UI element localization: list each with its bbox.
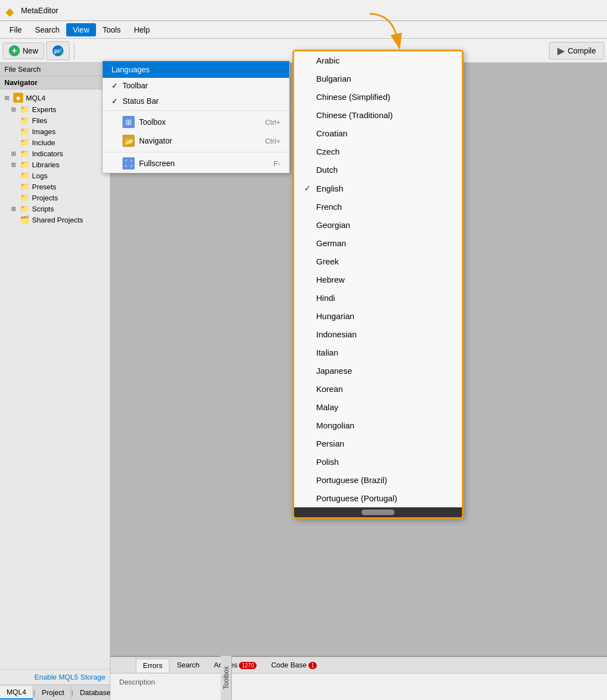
lang-label-15: Indonesian [316, 330, 356, 339]
statusbar-check: ✓ [111, 97, 123, 105]
logs-label: Logs [32, 172, 47, 180]
tree-mql4[interactable]: ⊞ ◆ MQL4 [0, 92, 110, 104]
lang-label-7: English [316, 184, 343, 193]
libraries-expander: ⊞ [11, 161, 20, 168]
file-search-tab[interactable]: File Search [0, 63, 110, 76]
logs-folder-icon: 📁 [20, 171, 29, 180]
navigator-menu-label: Navigator [139, 136, 172, 145]
lang-item-georgian[interactable]: Georgian [294, 216, 462, 234]
lang-item-chinese--simplified-[interactable]: Chinese (Simplified) [294, 88, 462, 106]
language-submenu[interactable]: ArabicBulgarianChinese (Simplified)Chine… [292, 50, 464, 519]
lang-label-24: Portuguese (Portugal) [316, 494, 397, 503]
tree-item-logs[interactable]: ⊞ 📁 Logs [0, 170, 110, 181]
view-menu-fullscreen[interactable]: ⛶ Fullscreen F- [103, 154, 289, 173]
bottom-tab-errors[interactable]: Errors [136, 659, 169, 672]
lang-item-italian[interactable]: Italian [294, 343, 462, 362]
lang-item-hindi[interactable]: Hindi [294, 289, 462, 307]
compile-icon: ▶ [557, 45, 565, 57]
view-menu-toolbar[interactable]: ✓ Toolbar [103, 78, 289, 93]
experts-folder-icon: 📁 [20, 105, 29, 114]
storage-link[interactable]: Enable MQL5 Storage [0, 669, 110, 685]
lang-item-chinese--traditional-[interactable]: Chinese (Traditional) [294, 106, 462, 124]
view-menu-statusbar[interactable]: ✓ Status Bar [103, 93, 289, 109]
view-menu-navigator[interactable]: 📂 Navigator Ctrl+ [103, 131, 289, 150]
view-menu[interactable]: Languages ✓ Toolbar ✓ Status Bar ⊞ Toolb… [102, 61, 290, 173]
lang-scrollbar-thumb[interactable] [361, 510, 395, 515]
toolbox-label: Toolbox [222, 666, 230, 689]
presets-folder-icon: 📁 [20, 182, 29, 191]
presets-label: Presets [32, 183, 56, 191]
lang-label-2: Chinese (Simplified) [316, 92, 390, 102]
codebase-badge: 1 [308, 662, 317, 669]
tree-item-presets[interactable]: ⊞ 📁 Presets [0, 181, 110, 192]
tree-item-experts[interactable]: ⊞ 📁 Experts [0, 104, 110, 115]
mql4-icon: ◆ [13, 93, 23, 103]
view-menu-languages-header[interactable]: Languages [103, 61, 289, 78]
lang-label-1: Bulgarian [316, 74, 351, 83]
lang-label-13: Hindi [316, 293, 335, 303]
lang-item-hungarian[interactable]: Hungarian [294, 307, 462, 325]
toolbox-menu-icon: ⊞ [123, 116, 135, 128]
lang-item-bulgarian[interactable]: Bulgarian [294, 70, 462, 88]
lang-item-hebrew[interactable]: Hebrew [294, 271, 462, 289]
menu-search[interactable]: Search [29, 23, 66, 36]
lang-item-persian[interactable]: Persian [294, 434, 462, 453]
view-menu-toolbox[interactable]: ⊞ Toolbox Ctrl+ [103, 113, 289, 131]
fullscreen-shortcut: F- [274, 160, 280, 168]
lang-item-french[interactable]: French [294, 198, 462, 216]
images-label: Images [32, 128, 56, 136]
lang-item-japanese[interactable]: Japanese [294, 362, 462, 380]
lang-item-mongolian[interactable]: Mongolian [294, 416, 462, 434]
open-button[interactable]: pri + [46, 41, 70, 60]
lang-item-polish[interactable]: Polish [294, 453, 462, 471]
lang-item-arabic[interactable]: Arabic [294, 51, 462, 70]
tree-item-images[interactable]: ⊞ 📁 Images [0, 126, 110, 137]
lang-label-5: Czech [316, 147, 340, 156]
tab-mql4[interactable]: MQL4 [0, 686, 33, 699]
lang-item-dutch[interactable]: Dutch [294, 161, 462, 179]
tab-project[interactable]: Project [35, 686, 71, 699]
lang-item-greek[interactable]: Greek [294, 252, 462, 271]
fullscreen-menu-label: Fullscreen [139, 159, 175, 168]
libraries-folder-icon: 📁 [20, 160, 29, 169]
menu-view[interactable]: View [66, 23, 96, 36]
lang-item-czech[interactable]: Czech [294, 142, 462, 161]
mql4-label: MQL4 [26, 94, 45, 102]
tree-item-libraries[interactable]: ⊞ 📁 Libraries [0, 159, 110, 170]
lang-item-english[interactable]: ✓English [294, 179, 462, 198]
lang-scrollbar[interactable] [294, 507, 462, 517]
lang-item-german[interactable]: German [294, 234, 462, 252]
lang-label-22: Polish [316, 457, 339, 466]
lang-item-croatian[interactable]: Croatian [294, 124, 462, 142]
lang-item-malay[interactable]: Malay [294, 398, 462, 416]
menu-tools[interactable]: Tools [96, 23, 127, 36]
menu-help[interactable]: Help [127, 23, 157, 36]
tree-item-shared-projects[interactable]: ⊞ 🗂️ Shared Projects [0, 214, 110, 225]
new-icon: + [9, 45, 20, 56]
lang-item-indonesian[interactable]: Indonesian [294, 325, 462, 343]
compile-button[interactable]: ▶ Compile [549, 42, 604, 60]
new-button[interactable]: + New [3, 43, 44, 59]
bottom-tab-articles[interactable]: Articles1270 [207, 658, 264, 672]
lang-item-korean[interactable]: Korean [294, 380, 462, 398]
lang-label-4: Croatian [316, 129, 348, 138]
lang-item-portuguese--portugal-[interactable]: Portuguese (Portugal) [294, 489, 462, 507]
tree-item-projects[interactable]: ⊞ 📁 Projects [0, 192, 110, 203]
lang-label-16: Italian [316, 348, 338, 357]
tree-item-include[interactable]: ⊞ 📁 Include [0, 137, 110, 148]
menu-bar: File Search View Tools Help [0, 21, 607, 39]
lang-item-portuguese--brazil-[interactable]: Portuguese (Brazil) [294, 471, 462, 489]
tree-item-files[interactable]: ⊞ 📁 Files [0, 115, 110, 126]
open-icon-label: + [58, 47, 63, 57]
bottom-tab-codebase[interactable]: Code Base1 [264, 658, 324, 672]
navigator-shortcut: Ctrl+ [265, 137, 280, 145]
navigator-header: Navigator [0, 76, 110, 89]
tree-item-scripts[interactable]: ⊞ 📁 Scripts [0, 203, 110, 214]
bottom-tab-search[interactable]: Search [169, 658, 206, 672]
toolbar-check: ✓ [111, 81, 123, 90]
scripts-label: Scripts [32, 205, 54, 213]
bottom-tab-bar: Toolbox Errors Search Articles1270 Code … [110, 657, 607, 674]
bottom-panel: Toolbox Errors Search Articles1270 Code … [110, 656, 607, 700]
tree-item-indicators[interactable]: ⊞ 📁 Indicators [0, 148, 110, 159]
menu-file[interactable]: File [3, 23, 29, 36]
